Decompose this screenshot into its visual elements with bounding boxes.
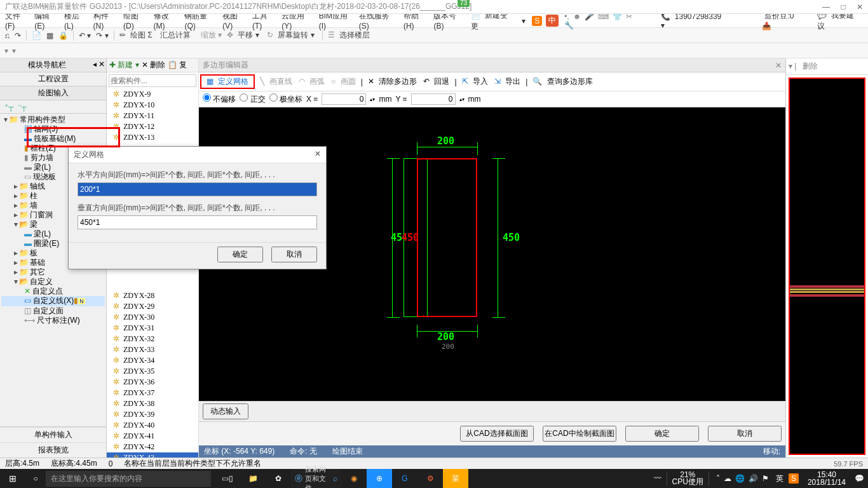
tray-up-icon[interactable]: ˄ (716, 474, 720, 483)
tree-custom-line[interactable]: ▭ 自定义线(X)▮N (1, 296, 105, 306)
x-input[interactable] (322, 93, 366, 105)
tray-vol-icon[interactable]: 🔊 (749, 474, 758, 483)
tray-cloud-icon[interactable]: ☁ (724, 474, 731, 483)
list-item[interactable]: ZDYX-35 (107, 366, 198, 377)
tree-dimension[interactable]: ⟷ 尺寸标注(W) (1, 316, 105, 325)
list-item[interactable]: ZDYX-28 (107, 290, 198, 301)
new-change-dropdown[interactable]: ▾ (522, 17, 526, 25)
list-item[interactable]: ZDYX-11 (107, 111, 198, 121)
app-icon[interactable]: 📁 (240, 469, 266, 488)
list-item[interactable]: ZDYX-42 (107, 442, 198, 452)
list-item[interactable]: ZDYX-36 (107, 377, 198, 388)
component-list[interactable]: ZDYX-9 ZDYX-10 ZDYX-11 ZDYX-12 ZDYX-13 Z… (107, 89, 198, 458)
app-icon[interactable]: ✿ (266, 469, 291, 488)
tool-pan[interactable]: ✥ 平移 ▾ (227, 30, 262, 41)
single-input-button[interactable]: 单构件输入 (0, 427, 106, 442)
new-button[interactable]: ✚ 新建 ▾ (109, 60, 139, 71)
list-item[interactable]: ZDYX-32 (107, 334, 198, 344)
tree-axis-grid[interactable]: ▦ 轴网(J) (1, 125, 105, 134)
query-lib-button[interactable]: 🔍 查询多边形库 (531, 76, 593, 87)
tray-lang[interactable]: 英 (776, 473, 783, 484)
activity-icon[interactable]: 〰 (654, 474, 661, 483)
tool-undo2-icon[interactable]: ↶ ▾ (79, 31, 91, 40)
copy-button[interactable]: 📋 复 (168, 60, 187, 71)
tool-select-floor[interactable]: ☰ 选择楼层 (328, 30, 372, 41)
list-item[interactable]: ZDYX-12 (107, 121, 198, 132)
dynamic-input-button[interactable]: 动态输入 (203, 403, 248, 419)
cpu-meter[interactable]: 21%CPU使用 (667, 471, 709, 485)
vert-spacing-input[interactable] (78, 215, 317, 229)
action-center-icon[interactable]: 💬 (855, 474, 864, 483)
list-item[interactable]: ZDYX-30 (107, 312, 198, 323)
list-item[interactable]: ZDYX-29 (107, 301, 198, 312)
right-delete[interactable]: 删除 (803, 62, 818, 71)
tree-custom[interactable]: ▾📂自定义 (1, 277, 105, 287)
define-grid-button[interactable]: ▦ 定义网格 (200, 74, 255, 89)
cortana-icon[interactable]: ○ (25, 474, 46, 483)
go-back-button[interactable]: ↶ 回退 (422, 76, 451, 87)
clock[interactable]: 15:402018/11/14 (804, 471, 850, 486)
search-input[interactable] (109, 74, 196, 87)
project-settings-button[interactable]: 工程设置 (0, 72, 106, 86)
y-input[interactable] (411, 93, 456, 105)
list-item-selected[interactable]: ZDYX-43 (107, 452, 198, 458)
polygon-close-icon[interactable]: ✕ (775, 61, 782, 70)
list-item[interactable]: ZDYX-31 (107, 323, 198, 334)
draw-circle-button[interactable]: ○ 画圆 (330, 76, 357, 87)
draw-arc-button[interactable]: ◠ 画弧 (297, 76, 326, 87)
tree-custom-face[interactable]: ◫ 自定义面 (1, 306, 105, 316)
start-button[interactable]: ⊞ (0, 473, 25, 484)
list-item[interactable]: ZDYX-13 (107, 132, 198, 143)
tool-grid-icon[interactable]: ▦ (46, 31, 53, 40)
app-icon[interactable]: ◉ (341, 469, 367, 488)
tool-lock-icon[interactable]: 🔒 (58, 31, 68, 40)
app-icon[interactable]: G (392, 469, 417, 488)
app-icon[interactable]: 菜 (443, 469, 468, 488)
draw-input-button[interactable]: 绘图输入 (0, 86, 106, 100)
list-item[interactable]: ZDYX-40 (107, 420, 198, 431)
cancel-button[interactable]: 取消 (708, 426, 782, 442)
list-item[interactable]: ZDYX-41 (107, 431, 198, 442)
tray-net-icon[interactable]: 🌐 (735, 474, 745, 483)
list-item[interactable]: ZDYX-33 (107, 344, 198, 355)
maximize-button[interactable]: □ (841, 3, 845, 11)
from-cad-button[interactable]: 从CAD选择截面图 (460, 426, 534, 442)
tree-custom-point[interactable]: ✕ 自定义点 (1, 287, 105, 296)
sogou-icon[interactable]: S (532, 16, 542, 26)
preview-canvas[interactable] (789, 78, 865, 455)
right-dropdown[interactable]: ▾ | (789, 62, 796, 71)
polar-radio[interactable]: 极坐标 (269, 93, 302, 105)
tree-collapse-icon[interactable]: ⁻┬ (18, 102, 27, 111)
dialog-ok-button[interactable]: 确定 (217, 247, 263, 262)
draw-in-cad-button[interactable]: 在CAD中绘制截面图 (543, 426, 616, 442)
ok-button[interactable]: 确定 (625, 426, 699, 442)
tool-redo-icon[interactable]: ↷ (15, 31, 21, 40)
list-item[interactable]: ZDYX-10 (107, 100, 198, 111)
horiz-spacing-input[interactable] (78, 182, 317, 196)
ime-indicator[interactable]: 中 (546, 15, 559, 27)
phone-number[interactable]: 📞 13907298339 ▾ (661, 12, 728, 30)
report-preview-button[interactable]: 报表预览 (0, 442, 106, 458)
app-icon[interactable]: ⚙ (417, 469, 443, 488)
dialog-close-icon[interactable]: ✕ (315, 149, 321, 160)
app-icon[interactable]: ⊕ (367, 469, 392, 488)
tray-flag-icon[interactable]: ⚑ (762, 474, 769, 483)
tool-sum[interactable]: 汇总计算 (160, 30, 191, 41)
export-button[interactable]: ⇲ 导出 (493, 76, 522, 87)
close-button[interactable]: ✕ (857, 3, 863, 11)
list-item[interactable]: ZDYX-39 (107, 409, 198, 420)
tool-zoom[interactable]: 缩放 ▾ (201, 30, 222, 41)
dialog-cancel-button[interactable]: 取消 (271, 247, 317, 262)
import-button[interactable]: ⇱ 导入 (461, 76, 489, 87)
tree-raft-foundation[interactable]: ▬ 筏板基础(M) (1, 134, 105, 144)
delete-button[interactable]: ✕ 删除 (142, 60, 165, 71)
no-offset-radio[interactable]: 不偏移 (203, 93, 236, 105)
tree-expand-icon[interactable]: ⁺┬ (4, 102, 14, 111)
ortho-radio[interactable]: 正交 (240, 93, 265, 105)
list-item[interactable]: ZDYX-9 (107, 89, 198, 100)
list-item[interactable]: ZDYX-34 (107, 355, 198, 366)
task-view-icon[interactable]: ▭▯ (215, 469, 240, 488)
tool-undo-icon[interactable]: ⎌ (5, 31, 10, 40)
clear-polygon-button[interactable]: ✕ 清除多边形 (367, 76, 418, 87)
tool-draw[interactable]: ✏ 绘图 Σ (119, 30, 155, 41)
